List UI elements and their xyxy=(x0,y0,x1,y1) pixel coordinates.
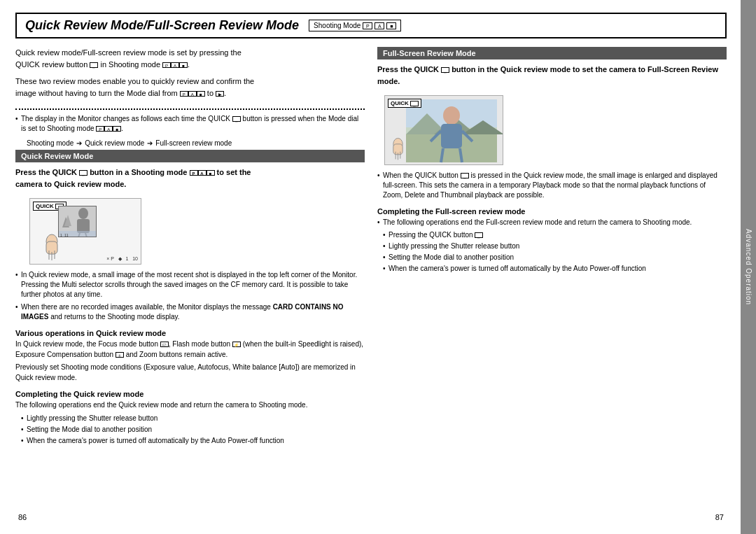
completing-fullscreen-sub4: When the camera's power is turned off au… xyxy=(377,264,727,274)
flow-arrow-2: ➔ xyxy=(147,139,153,147)
mode-m-note: ■ xyxy=(113,126,121,132)
quick-review-bullet2: When there are no recorded images availa… xyxy=(15,302,365,322)
mode-a-press: A xyxy=(198,170,206,176)
page: Quick Review Mode/Full-Screen Review Mod… xyxy=(0,0,756,534)
sidebar-label: Advanced Operation xyxy=(745,229,752,305)
flash-icon: ⚡ xyxy=(232,342,241,347)
main-content: Quick Review Mode/Full-Screen Review Mod… xyxy=(0,0,741,534)
flow-diagram: Shooting mode ➔ Quick review mode ➔ Full… xyxy=(27,139,365,147)
svg-text:11: 11 xyxy=(64,233,69,237)
mode-icon-m: ■ xyxy=(386,22,396,29)
completing-sub3: When the camera's power is turned off au… xyxy=(15,436,365,446)
shooting-mode-badge: Shooting Mode P A ■ xyxy=(309,20,401,31)
no-images-message: CARD CONTAINS NO IMAGES xyxy=(21,303,344,321)
svg-point-15 xyxy=(443,106,460,125)
completing-sub1: Lightly pressing the Shutter release but… xyxy=(15,414,365,423)
right-sidebar: Advanced Operation xyxy=(741,0,756,534)
camera-illustration-left: QUICK ⎯ xyxy=(29,198,141,265)
mode-p-note: P xyxy=(96,126,104,132)
flow-step1: Shooting mode xyxy=(27,139,74,147)
camera-screen-svg: 1 11 xyxy=(59,206,97,237)
quick-icon-bullet: ⎯ xyxy=(461,173,469,178)
mode-dial-from3: ■ xyxy=(197,91,205,97)
quick-icon-right: ⎯ xyxy=(441,67,449,73)
mode-dial-from: P xyxy=(180,91,188,97)
intro-text-1: Quick review mode/Full-screen review mod… xyxy=(15,47,365,70)
quick-review-bullet1: In Quick review mode, a small image of t… xyxy=(15,270,365,300)
mode-p-icon: P xyxy=(162,62,171,68)
press-quick-instruction: Press the QUICK ⎯ button in a Shooting m… xyxy=(15,167,365,190)
mode-dial-to: ▶ xyxy=(216,91,224,97)
various-operations-text: In Quick review mode, the Focus mode but… xyxy=(15,339,365,360)
quick-review-section-title: Quick Review Mode xyxy=(15,150,365,162)
completing-fullscreen-sub3: Setting the Mode dial to another positio… xyxy=(377,253,727,262)
page-header: Quick Review Mode/Full-Screen Review Mod… xyxy=(15,13,727,38)
flow-step2: Quick review mode xyxy=(85,139,144,147)
completing-fullscreen-text: The following operations end the Full-sc… xyxy=(377,218,727,227)
dotted-note: The display in the Monitor changes as fo… xyxy=(15,114,365,134)
mode-dial-from2: A xyxy=(188,91,197,97)
exp-comp-icon: ± xyxy=(115,352,124,358)
camera-illustration-right: QUICK ⎯ xyxy=(384,95,503,165)
full-screen-press-instruction: Press the QUICK ⎯ button in the Quick re… xyxy=(377,64,727,87)
flow-step3: Full-screen review mode xyxy=(155,139,232,147)
camera-screen-small: 1 11 xyxy=(58,206,97,237)
hand-cursor-svg xyxy=(41,233,62,261)
dotted-divider xyxy=(15,108,365,110)
full-screen-bullet1: When the QUICK button ⎯ is pressed in th… xyxy=(377,171,727,200)
mode-m-press: ■ xyxy=(206,170,215,176)
completing-fullscreen-sub2: Lightly pressing the Shutter release but… xyxy=(377,241,727,251)
svg-rect-16 xyxy=(441,124,462,148)
quick-label-text: QUICK xyxy=(36,203,54,209)
svg-point-1 xyxy=(78,208,88,219)
full-screen-section-title: Full-Screen Review Mode xyxy=(377,47,727,59)
right-column: Full-Screen Review Mode Press the QUICK … xyxy=(377,47,727,507)
page-number-right: 87 xyxy=(715,513,724,521)
camera-numbers-left: × P ◆ 1 10 xyxy=(106,256,138,262)
mode-icon-p: P xyxy=(363,22,372,29)
mode-m-icon: ■ xyxy=(179,62,188,68)
page-numbers: 86 87 xyxy=(15,513,727,521)
left-column: Quick review mode/Full-screen review mod… xyxy=(15,47,365,507)
intro-text-2: These two review modes enable you to qui… xyxy=(15,76,365,99)
quick-icon-note: ⎯ xyxy=(232,116,241,122)
quick-label-right: QUICK ⎯ xyxy=(388,99,421,108)
quick-icon-press: ⎯ xyxy=(79,170,88,176)
quick-button-icon: ⎯ xyxy=(90,62,98,68)
completing-fullscreen-sub1: Pressing the QUICK button ⎯ xyxy=(377,230,727,240)
mode-a-icon: A xyxy=(171,62,179,68)
focus-icon: ◱ xyxy=(160,342,169,347)
completing-fullscreen-heading: Completing the Full-screen review mode xyxy=(377,207,727,216)
quick-icon-sub1: ⎯ xyxy=(475,232,483,238)
shooting-mode-label: Shooting Mode xyxy=(314,22,360,29)
various-operations-heading: Various operations in Quick review mode xyxy=(15,329,365,337)
page-number-left: 86 xyxy=(18,513,27,521)
completing-quick-text: The following operations end the Quick r… xyxy=(15,400,365,411)
mode-p-press: P xyxy=(190,170,198,176)
mode-a-note: A xyxy=(104,126,113,132)
various-operations-text2: Previously set Shooting mode conditions … xyxy=(15,363,365,383)
two-column-layout: Quick review mode/Full-screen review mod… xyxy=(15,47,727,507)
quick-label-text-right: QUICK xyxy=(391,100,409,106)
mode-icon-a: A xyxy=(374,22,384,29)
quick-icon-label-right: ⎯ xyxy=(410,101,419,106)
hand-cursor-right-svg xyxy=(389,136,407,161)
completing-sub2: Setting the Mode dial to another positio… xyxy=(15,425,365,435)
flow-arrow-1: ➔ xyxy=(76,139,82,147)
page-title: Quick Review Mode/Full-Screen Review Mod… xyxy=(25,18,299,33)
completing-quick-heading: Completing the Quick review mode xyxy=(15,390,365,398)
